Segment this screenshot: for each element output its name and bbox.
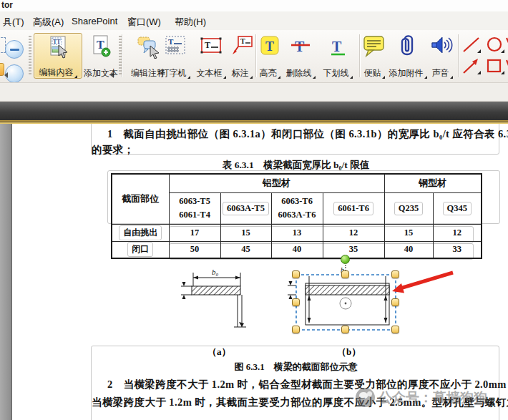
callout-icon: T [230, 34, 254, 59]
selection-handle-e[interactable] [391, 298, 399, 306]
svg-text:T: T [168, 37, 174, 46]
note-icon [362, 34, 386, 59]
zoom-out-button[interactable] [5, 40, 24, 59]
textbox-button[interactable]: T 文本框 [193, 33, 229, 79]
svg-text:T: T [265, 39, 274, 54]
rectangle-tool-icon [485, 57, 505, 76]
dark-divider-bar [0, 102, 508, 120]
rotate-handle[interactable] [341, 255, 350, 264]
menu-tools[interactable]: 具(T) [0, 14, 27, 30]
callout-label: 标注 [232, 68, 249, 79]
svg-text:T: T [205, 40, 210, 50]
sound-button[interactable]: 声音 [429, 33, 455, 79]
selection-handle-se[interactable] [391, 326, 399, 333]
strikeout-icon: T [289, 34, 312, 59]
dropdown-arrow-icon [223, 76, 226, 79]
callout-button[interactable]: T 标注 [229, 33, 255, 79]
attachment-icon [397, 34, 419, 59]
arrow-tool-icon [461, 57, 482, 76]
sound-icon [430, 34, 454, 59]
typewriter-button[interactable]: T 打字机 [157, 33, 193, 79]
highlight-label: 高亮 [260, 68, 277, 79]
watermark-text: 公众号：幕墙狗狗 [378, 389, 487, 407]
selection-handle-s[interactable] [341, 326, 349, 333]
dropdown-arrow-icon [450, 76, 453, 79]
edit-annotation-icon [136, 34, 160, 59]
figure-label-a: （a） [207, 346, 231, 358]
line-tool-button[interactable] [461, 36, 482, 54]
red-arrow-annotation[interactable] [392, 273, 453, 293]
watermark: 公众号：幕墙狗狗 [356, 388, 487, 407]
attachment-label: 添加附件 [389, 68, 424, 79]
arrow-tool-button[interactable] [461, 57, 482, 76]
underline-button[interactable]: T 下划线 [319, 33, 356, 79]
dropdown-arrow-icon [424, 76, 427, 79]
edit-content-button[interactable]: TT 编辑内容 [34, 33, 82, 79]
toolbar-overflow-icon[interactable] [4, 72, 8, 78]
watermark-logo-icon [356, 388, 375, 407]
note-label: 便贴 [364, 68, 381, 79]
typewriter-icon: T [164, 34, 187, 59]
figure-a-drawing: b₀ [181, 268, 246, 327]
selection-handle-nw[interactable] [292, 270, 300, 278]
app-window: tor 具(T) 高级(A) SharePoint 窗口(W) 帮助(H) TT [0, 0, 508, 420]
svg-text:T: T [240, 37, 245, 45]
dropdown-arrow-icon [74, 75, 77, 78]
strikeout-button[interactable]: T 删除线 [282, 33, 319, 79]
line-tool-icon [461, 36, 482, 54]
add-text-icon: T [90, 34, 112, 59]
edit-content-label: 编辑内容 [39, 67, 74, 78]
dropdown-arrow-icon [313, 76, 316, 79]
add-text-label: 添加文本 [84, 68, 118, 79]
sound-label: 声音 [432, 68, 449, 79]
dropdown-arrow-icon [187, 76, 190, 79]
document-workspace: 1 截面自由挑出部位（图 6.3.1a）和闭口部位（图 6.3.1b）的宽厚比 … [0, 124, 508, 420]
circle-tool-icon [485, 36, 505, 54]
menu-advanced[interactable]: 高级(A) [30, 14, 67, 30]
title-bar: tor [0, 0, 508, 11]
typewriter-label: 打字机 [161, 68, 187, 79]
selection-handle-sw[interactable] [292, 326, 300, 333]
svg-text:T: T [332, 39, 342, 54]
dropdown-arrow-icon [382, 76, 385, 79]
dim-b0-label: b₀ [212, 268, 219, 276]
highlight-button[interactable]: T 高亮 [258, 33, 282, 79]
textbox-icon: T [199, 34, 223, 59]
selection-handle-w[interactable] [292, 298, 300, 306]
add-text-button[interactable]: T 添加文本 [83, 33, 119, 79]
svg-text:TT: TT [53, 39, 61, 45]
textbox-label: 文本框 [197, 68, 223, 79]
attachment-button[interactable]: 添加附件 [386, 33, 429, 79]
menu-sharepoint[interactable]: SharePoint [69, 14, 120, 28]
underline-label: 下划线 [323, 68, 349, 79]
rectangle-tool-button[interactable] [485, 57, 505, 76]
strikeout-label: 删除线 [286, 68, 312, 79]
selection-handle-ne[interactable] [391, 270, 399, 278]
toolbar: TT 编辑内容 T 添加文本 [0, 30, 508, 83]
figure-caption: 图 6.3.1 横梁的截面部位示意 [111, 361, 481, 373]
menu-help[interactable]: 帮助(H) [172, 14, 209, 30]
dropdown-arrow-icon [250, 76, 253, 79]
svg-text:T: T [295, 39, 305, 54]
toolbar-grip[interactable] [29, 36, 31, 76]
window-title: tor [1, 0, 13, 10]
dropdown-arrow-icon [278, 76, 280, 79]
dropdown-arrow-icon [350, 76, 353, 79]
menu-bar: 具(T) 高级(A) SharePoint 窗口(W) 帮助(H) [0, 11, 508, 30]
selection-handle-n[interactable] [341, 270, 349, 278]
figure-label-b: （b） [337, 346, 361, 358]
edit-content-icon: TT [47, 35, 69, 59]
highlight-icon: T [258, 34, 281, 59]
circle-tool-button[interactable] [485, 36, 505, 54]
toolbar-empty-strip [0, 83, 508, 102]
menu-window[interactable]: 窗口(W) [124, 14, 164, 30]
note-button[interactable]: 便贴 [362, 33, 386, 79]
underline-icon: T [326, 34, 349, 59]
